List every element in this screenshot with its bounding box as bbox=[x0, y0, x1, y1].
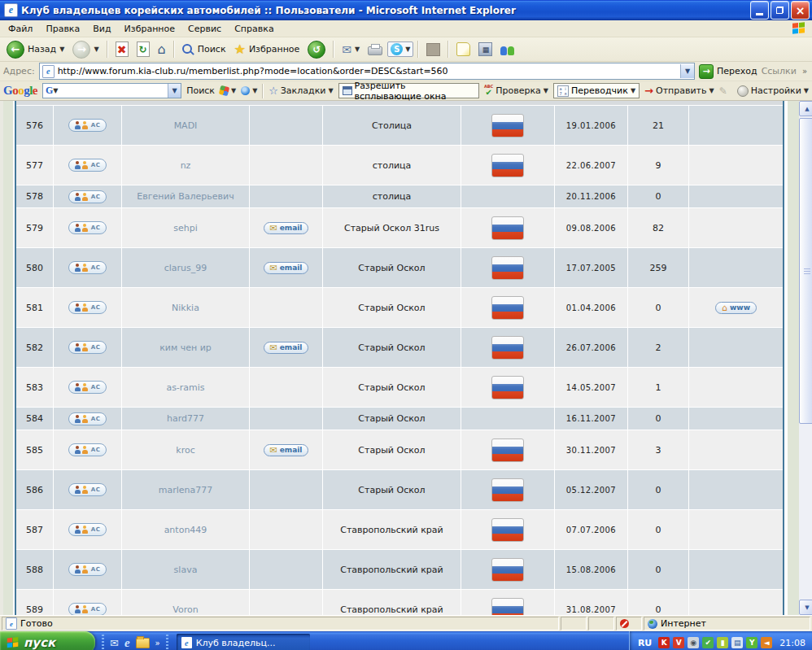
username-link[interactable]: marlena777 bbox=[159, 485, 213, 495]
quicklaunch-ie-icon[interactable]: e bbox=[124, 636, 130, 650]
username-link[interactable]: Voron bbox=[172, 604, 198, 615]
refresh-button[interactable]: ↻ bbox=[133, 40, 153, 59]
translate-button[interactable]: аi7я Переводчик ▼ bbox=[553, 83, 640, 98]
menu-item[interactable]: Файл bbox=[2, 22, 39, 36]
profile-button[interactable]: AC bbox=[68, 159, 107, 172]
username-link[interactable]: anton449 bbox=[164, 525, 207, 535]
send-dropdown-icon[interactable]: ▼ bbox=[709, 87, 714, 94]
toolbar-grip[interactable] bbox=[166, 635, 168, 650]
edit-notes-button[interactable] bbox=[453, 41, 474, 58]
forward-dropdown-icon[interactable]: ▼ bbox=[94, 46, 98, 53]
translate-dropdown-icon[interactable]: ▼ bbox=[631, 87, 635, 94]
sprout-icon[interactable]: Y bbox=[746, 637, 757, 648]
username-link[interactable]: nz bbox=[181, 160, 191, 171]
webcam-icon[interactable]: ◉ bbox=[688, 637, 699, 648]
skype-button[interactable]: S ▼ bbox=[387, 41, 413, 57]
home-button[interactable]: ⌂ bbox=[155, 40, 169, 59]
username-link[interactable]: kroc bbox=[176, 445, 194, 456]
profile-button[interactable]: AC bbox=[68, 483, 107, 496]
mail-button[interactable]: ✉ ▼ bbox=[338, 41, 363, 58]
back-button[interactable]: ← Назад ▼ bbox=[3, 39, 68, 60]
send-button[interactable]: → Отправить ▼ bbox=[644, 85, 714, 97]
settings-dropdown-icon[interactable]: ▼ bbox=[804, 87, 809, 94]
profile-button[interactable]: AC bbox=[68, 603, 107, 615]
spellcheck-dropdown-icon[interactable]: ▼ bbox=[544, 87, 548, 94]
username-link[interactable]: sehpi bbox=[173, 223, 198, 233]
username-link[interactable]: ким чен ир bbox=[159, 342, 212, 353]
scroll-thumb[interactable] bbox=[799, 118, 812, 424]
volume-icon[interactable]: ◄ bbox=[761, 637, 772, 648]
taskbar-task-button[interactable]: e Клуб владельц... bbox=[177, 634, 310, 650]
menu-item[interactable]: Сервис bbox=[181, 22, 228, 36]
close-button[interactable]: × bbox=[791, 1, 810, 20]
profile-button[interactable]: AC bbox=[68, 261, 107, 274]
email-button[interactable]: ✉email bbox=[264, 222, 309, 234]
status-icon[interactable]: ▮ bbox=[717, 637, 728, 648]
google-search-dropdown-button[interactable]: ▼ bbox=[168, 84, 181, 98]
bookmarks-dropdown-icon[interactable]: ▼ bbox=[328, 87, 333, 94]
username-link[interactable]: slava bbox=[174, 565, 198, 575]
scroll-down-button[interactable]: ▼ bbox=[799, 600, 812, 615]
vertical-scrollbar[interactable]: ▲ ▼ bbox=[799, 101, 812, 615]
back-dropdown-icon[interactable]: ▼ bbox=[59, 46, 64, 53]
address-input[interactable]: e http://www.forum.kia-club.ru/memberlis… bbox=[39, 63, 695, 80]
bookmarks-button[interactable]: ☆ Закладки ▼ bbox=[268, 85, 333, 97]
quicklaunch-more-icon[interactable]: » bbox=[155, 639, 160, 648]
google-apps-button[interactable]: ▼ bbox=[220, 86, 236, 95]
email-button[interactable]: ✉email bbox=[264, 262, 309, 274]
google-orb-button[interactable]: ▼ bbox=[241, 86, 257, 95]
highlighter-icon[interactable]: ✎ bbox=[719, 85, 727, 97]
username-link[interactable]: clarus_99 bbox=[164, 263, 207, 273]
username-link[interactable]: Евгений Валерьевич bbox=[137, 191, 234, 202]
scroll-up-button[interactable]: ▲ bbox=[799, 101, 812, 116]
username-link[interactable]: hard777 bbox=[167, 413, 204, 424]
google-search-input[interactable]: G ▼ ▼ bbox=[42, 83, 181, 98]
www-button[interactable]: ⌂www bbox=[715, 302, 757, 314]
profile-button[interactable]: AC bbox=[68, 443, 107, 456]
menu-item[interactable]: Справка bbox=[228, 22, 280, 36]
skype-dropdown-icon[interactable]: ▼ bbox=[405, 46, 410, 53]
popup-blocked-pane[interactable] bbox=[616, 617, 642, 630]
fullscreen-button[interactable] bbox=[423, 41, 443, 58]
settings-button[interactable]: Настройки ▼ bbox=[737, 85, 809, 97]
links-chevron-icon[interactable]: » bbox=[802, 67, 807, 76]
restore-button[interactable] bbox=[771, 1, 789, 20]
profile-button[interactable]: AC bbox=[68, 523, 107, 536]
username-link[interactable]: as-ramis bbox=[166, 382, 204, 393]
search-button[interactable]: Поиск bbox=[179, 42, 229, 57]
profile-button[interactable]: AC bbox=[68, 190, 107, 203]
antivirus-v-icon[interactable]: V bbox=[673, 637, 684, 648]
profile-button[interactable]: AC bbox=[68, 381, 107, 394]
menu-item[interactable]: Избранное bbox=[118, 22, 181, 36]
toolbar-grip[interactable] bbox=[102, 635, 104, 650]
allow-popups-button[interactable]: Разрешить всплывающие окна bbox=[338, 83, 479, 98]
kaspersky-icon[interactable]: K bbox=[658, 637, 670, 648]
profile-button[interactable]: AC bbox=[68, 301, 107, 314]
messenger-button[interactable] bbox=[497, 41, 517, 57]
quicklaunch-mail-icon[interactable]: ✉ bbox=[110, 637, 119, 649]
orb-dropdown-icon[interactable]: ▼ bbox=[252, 87, 257, 94]
profile-button[interactable]: AC bbox=[68, 563, 107, 576]
username-link[interactable]: MADI bbox=[174, 120, 198, 131]
username-link[interactable]: Nikkia bbox=[172, 303, 199, 313]
google-g-dropdown-icon[interactable]: ▼ bbox=[53, 87, 58, 94]
clock[interactable]: 21:08 bbox=[779, 638, 805, 648]
profile-button[interactable]: AC bbox=[68, 341, 107, 354]
scroll-track[interactable] bbox=[799, 116, 812, 600]
menu-item[interactable]: Правка bbox=[39, 22, 86, 36]
profile-button[interactable]: AC bbox=[68, 412, 107, 425]
go-button[interactable]: → Переход bbox=[699, 64, 757, 79]
email-button[interactable]: ✉email bbox=[264, 444, 309, 456]
profile-button[interactable]: AC bbox=[68, 119, 107, 132]
start-button[interactable]: пуск bbox=[0, 631, 95, 650]
mail-dropdown-icon[interactable]: ▼ bbox=[355, 46, 360, 53]
profile-button[interactable]: AC bbox=[68, 221, 107, 234]
green-check-icon[interactable]: ✔ bbox=[702, 637, 714, 648]
quicklaunch-folder-icon[interactable] bbox=[136, 638, 150, 648]
stop-button[interactable]: ✖ bbox=[112, 40, 132, 59]
menu-item[interactable]: Вид bbox=[86, 22, 117, 36]
print-button[interactable] bbox=[365, 41, 386, 57]
history-button[interactable]: ↺ bbox=[304, 39, 329, 60]
links-label[interactable]: Ссылки bbox=[762, 66, 797, 76]
google-search-button[interactable]: Поиск bbox=[186, 85, 215, 96]
